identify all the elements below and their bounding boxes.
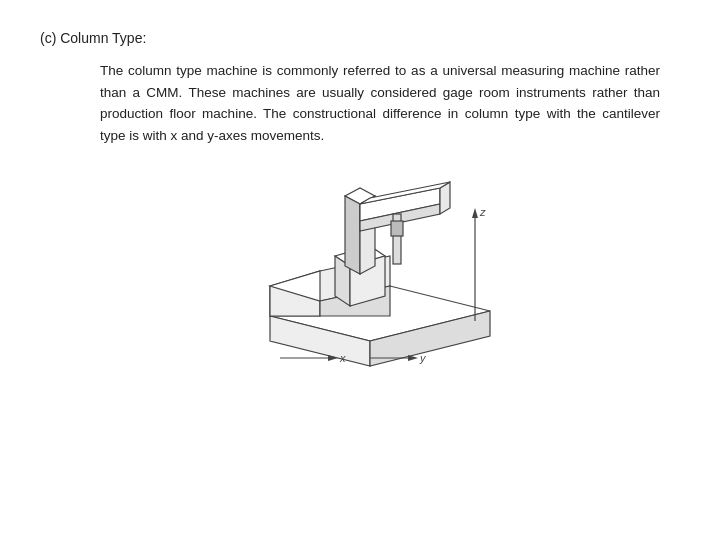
svg-text:z: z — [479, 206, 486, 218]
machine-diagram: z x y — [240, 166, 520, 396]
svg-marker-21 — [472, 208, 478, 218]
description-paragraph: The column type machine is commonly refe… — [100, 60, 660, 146]
content-block: The column type machine is commonly refe… — [100, 60, 660, 396]
page: (c) Column Type: The column type machine… — [0, 0, 720, 426]
svg-text:y: y — [419, 352, 427, 364]
svg-rect-19 — [391, 221, 403, 236]
section-title: (c) Column Type: — [40, 30, 680, 46]
svg-text:x: x — [339, 352, 346, 364]
svg-marker-12 — [345, 196, 360, 274]
svg-marker-27 — [408, 355, 418, 361]
diagram-container: z x y — [100, 166, 660, 396]
